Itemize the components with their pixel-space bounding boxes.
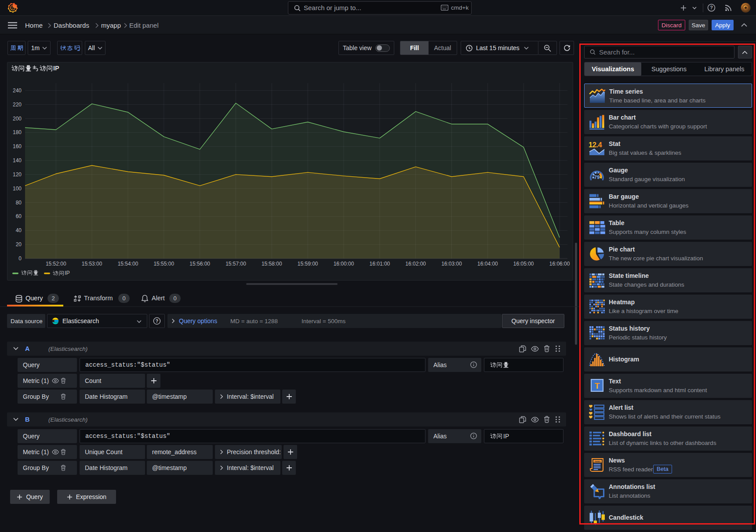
svg-text:16:03:00: 16:03:00 <box>441 261 462 267</box>
svg-text:16:00:00: 16:00:00 <box>334 261 354 267</box>
svg-text:100: 100 <box>13 186 22 192</box>
svg-text:16:01:00: 16:01:00 <box>370 261 390 267</box>
svg-text:80: 80 <box>16 200 22 206</box>
svg-text:220: 220 <box>13 102 22 108</box>
svg-text:180: 180 <box>13 129 22 135</box>
svg-text:160: 160 <box>13 143 22 149</box>
svg-text:140: 140 <box>13 157 22 164</box>
svg-text:15:58:00: 15:58:00 <box>262 261 282 267</box>
svg-text:15:54:00: 15:54:00 <box>118 261 138 267</box>
svg-text:15:55:00: 15:55:00 <box>153 261 174 267</box>
svg-text:0: 0 <box>18 255 22 262</box>
svg-text:15:52:00: 15:52:00 <box>46 261 66 267</box>
svg-text:60: 60 <box>16 213 22 219</box>
svg-text:16:04:00: 16:04:00 <box>477 261 498 267</box>
svg-text:?: ? <box>156 318 158 324</box>
svg-text:200: 200 <box>13 116 22 122</box>
svg-text:15:53:00: 15:53:00 <box>82 261 102 267</box>
svg-text:16:02:00: 16:02:00 <box>405 261 426 267</box>
svg-text:15:56:00: 15:56:00 <box>189 261 210 267</box>
svg-text:16:05:00: 16:05:00 <box>513 261 534 267</box>
svg-text:240: 240 <box>13 87 22 94</box>
svg-text:?: ? <box>710 5 713 10</box>
svg-text:15:59:00: 15:59:00 <box>298 261 318 267</box>
svg-text:16:06:00: 16:06:00 <box>549 261 570 267</box>
svg-text:120: 120 <box>13 171 22 178</box>
svg-text:20: 20 <box>16 241 22 248</box>
svg-text:40: 40 <box>16 227 22 233</box>
svg-text:15:57:00: 15:57:00 <box>225 261 246 267</box>
